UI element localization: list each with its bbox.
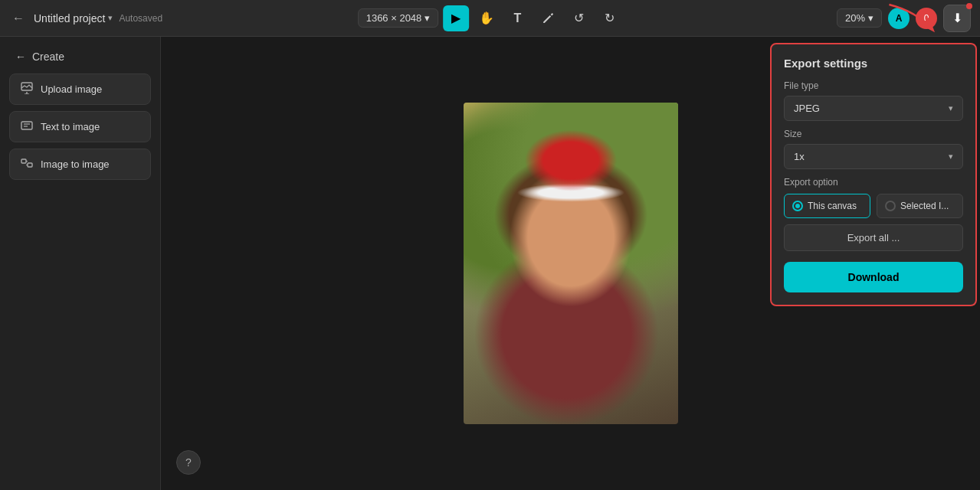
notification-button[interactable]: 0: [916, 8, 937, 29]
download-button[interactable]: Download: [784, 262, 963, 292]
sidebar-item-image-to-image[interactable]: Image to image: [9, 149, 151, 180]
notification-dot: [966, 3, 972, 9]
svg-rect-3: [21, 122, 32, 129]
export-all-button[interactable]: Export all ...: [784, 224, 963, 251]
download-toolbar-icon: ⬇: [952, 11, 962, 25]
this-canvas-label: This canvas: [808, 201, 857, 211]
svg-rect-6: [21, 159, 26, 163]
help-icon: ?: [185, 456, 192, 469]
export-panel-title: Export settings: [784, 57, 963, 70]
image-to-image-label: Image to image: [41, 158, 110, 170]
file-type-label: File type: [784, 80, 963, 91]
zoom-control[interactable]: 20% ▾: [837, 8, 882, 28]
canvas-size-button[interactable]: 1366 × 2048 ▾: [358, 8, 439, 28]
profile-avatar[interactable]: A: [888, 8, 910, 29]
size-select[interactable]: 1x ▾: [784, 144, 963, 169]
pen-tool-button[interactable]: [535, 5, 561, 31]
project-chevron-icon: ▾: [108, 13, 113, 23]
this-canvas-radio: [792, 201, 803, 211]
size-value: 1x: [794, 151, 805, 162]
sidebar-item-text-to-image[interactable]: Text to image: [9, 111, 151, 142]
select-tool-button[interactable]: ▶: [443, 5, 469, 31]
download-label: Download: [848, 271, 900, 283]
upload-image-icon: [21, 82, 33, 96]
canvas-size-chevron-icon: ▾: [424, 12, 430, 24]
help-button[interactable]: ?: [176, 450, 201, 475]
upload-image-label: Upload image: [41, 83, 102, 95]
project-name-label: Untitled project: [34, 12, 105, 24]
this-canvas-option[interactable]: This canvas: [784, 194, 870, 218]
file-type-chevron-icon: ▾: [949, 103, 953, 113]
selected-label: Selected I...: [900, 201, 949, 211]
zoom-chevron-icon: ▾: [868, 12, 873, 24]
text-to-image-icon: [21, 119, 33, 134]
selected-radio: [885, 201, 896, 211]
create-header[interactable]: ← Create: [9, 46, 151, 67]
undo-button[interactable]: ↺: [565, 5, 592, 31]
toolbar-right: 20% ▾ A 0 ⬇: [837, 5, 971, 32]
toolbar-center: 1366 × 2048 ▾ ▶ ✋ T ↺ ↻: [358, 5, 623, 31]
back-button[interactable]: ←: [9, 8, 28, 28]
export-options-row: This canvas Selected I...: [784, 194, 963, 218]
toolbar: ← Untitled project ▾ Autosaved 1366 × 20…: [0, 0, 980, 37]
canvas-image-visual: [464, 103, 678, 424]
sidebar-item-upload-image[interactable]: Upload image: [9, 74, 151, 105]
canvas-image-container: [464, 103, 678, 424]
size-chevron-icon: ▾: [949, 152, 953, 162]
hand-tool-button[interactable]: ✋: [474, 5, 500, 31]
zoom-level-label: 20%: [845, 12, 865, 24]
text-tool-button[interactable]: T: [504, 5, 530, 31]
text-to-image-label: Text to image: [41, 121, 100, 132]
project-name-button[interactable]: Untitled project ▾: [34, 12, 113, 24]
toolbar-left: ← Untitled project ▾ Autosaved: [9, 8, 162, 28]
canvas-size-label: 1366 × 2048: [366, 12, 422, 24]
size-label: Size: [784, 129, 963, 139]
create-label: Create: [32, 51, 64, 63]
export-all-label: Export all ...: [847, 232, 900, 243]
sidebar: ← Create Upload image Text to image Imag…: [0, 37, 161, 490]
svg-rect-7: [28, 163, 32, 167]
create-back-icon: ←: [15, 51, 26, 63]
file-type-select[interactable]: JPEG ▾: [784, 96, 963, 121]
redo-button[interactable]: ↻: [596, 5, 622, 31]
autosaved-label: Autosaved: [119, 13, 162, 24]
export-settings-panel: Export settings File type JPEG ▾ Size 1x…: [770, 43, 977, 306]
image-to-image-icon: [21, 157, 33, 172]
export-option-label: Export option: [784, 177, 963, 188]
selected-option[interactable]: Selected I...: [877, 194, 963, 218]
download-toolbar-button[interactable]: ⬇: [943, 5, 971, 32]
file-type-value: JPEG: [794, 103, 820, 114]
